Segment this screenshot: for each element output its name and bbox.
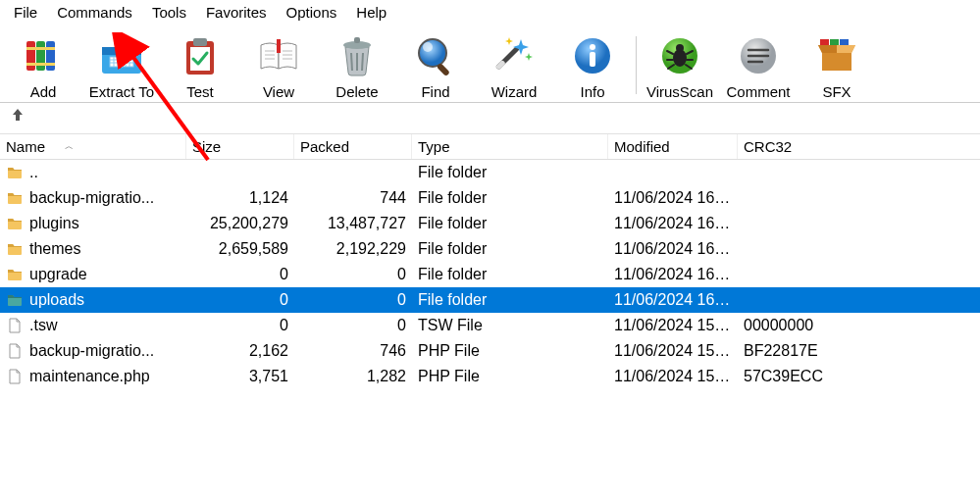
- info-icon: [567, 30, 618, 81]
- col-packed[interactable]: Packed: [294, 134, 412, 159]
- table-row[interactable]: plugins 25,200,279 13,487,727 File folde…: [0, 211, 980, 236]
- col-type[interactable]: Type: [412, 134, 608, 159]
- folder-icon: [6, 164, 24, 181]
- toolbar: Add Extract To Test: [0, 25, 980, 103]
- comment-button[interactable]: Comment: [719, 30, 798, 100]
- folder-icon: [6, 240, 24, 258]
- file-packed: 2,192,229: [294, 238, 412, 260]
- file-crc: 57C39ECC: [738, 366, 846, 387]
- file-packed: [294, 162, 412, 183]
- extract-to-button[interactable]: Extract To: [82, 30, 161, 100]
- file-type: File folder: [412, 213, 608, 234]
- file-size: 0: [186, 264, 294, 285]
- open-book-icon: [253, 30, 304, 81]
- file-type: File folder: [412, 238, 608, 260]
- trash-icon: [332, 30, 383, 81]
- file-type: TSW File: [412, 315, 608, 336]
- folder-icon: [6, 215, 24, 232]
- file-modified: 11/06/2024 16:...: [608, 213, 738, 234]
- table-row[interactable]: .tsw 0 0 TSW File 11/06/2024 15:... 0000…: [0, 313, 980, 338]
- col-name[interactable]: Name︿: [0, 134, 186, 159]
- sort-indicator-icon: ︿: [65, 140, 74, 153]
- add-button[interactable]: Add: [4, 30, 82, 100]
- menu-commands[interactable]: Commands: [47, 2, 142, 23]
- file-packed: 744: [294, 187, 412, 209]
- file-icon: [6, 317, 24, 334]
- table-row[interactable]: .. File folder: [0, 160, 980, 185]
- file-name: backup-migratio...: [29, 189, 154, 207]
- delete-button[interactable]: Delete: [318, 30, 396, 100]
- svg-marker-34: [525, 53, 533, 61]
- svg-rect-53: [830, 39, 839, 45]
- sfx-button[interactable]: SFX: [798, 30, 876, 100]
- svg-rect-0: [26, 41, 35, 71]
- virusscan-button[interactable]: VirusScan: [641, 30, 719, 100]
- box-icon: [811, 30, 862, 81]
- file-crc: [738, 162, 846, 183]
- folder-icon: [6, 291, 24, 309]
- file-packed: 0: [294, 315, 412, 336]
- col-modified[interactable]: Modified: [608, 134, 738, 159]
- file-type: PHP File: [412, 366, 608, 387]
- file-crc: [738, 213, 846, 234]
- file-type: File folder: [412, 264, 608, 285]
- menu-file[interactable]: File: [4, 2, 47, 23]
- col-size[interactable]: Size: [186, 134, 294, 159]
- menu-favorites[interactable]: Favorites: [196, 2, 277, 23]
- info-button[interactable]: Info: [553, 30, 632, 100]
- menu-help[interactable]: Help: [346, 2, 396, 23]
- file-name: backup-migratio...: [29, 342, 154, 360]
- svg-point-37: [590, 44, 595, 50]
- file-size: 2,162: [186, 340, 294, 362]
- file-name: uploads: [29, 291, 84, 309]
- file-name: maintenance.php: [29, 368, 150, 385]
- file-packed: 0: [294, 289, 412, 311]
- file-modified: [608, 162, 738, 183]
- folder-icon: [6, 266, 24, 283]
- file-name: ..: [29, 164, 38, 181]
- file-name: .tsw: [29, 317, 57, 334]
- view-button[interactable]: View: [239, 30, 318, 100]
- file-icon: [6, 368, 24, 385]
- table-row[interactable]: upgrade 0 0 File folder 11/06/2024 16:..…: [0, 262, 980, 287]
- comment-icon: [733, 30, 784, 81]
- test-button[interactable]: Test: [161, 30, 239, 100]
- table-row[interactable]: maintenance.php 3,751 1,282 PHP File 11/…: [0, 364, 980, 389]
- file-size: 0: [186, 315, 294, 336]
- svg-point-29: [423, 42, 433, 52]
- file-size: 25,200,279: [186, 213, 294, 234]
- file-modified: 11/06/2024 16:...: [608, 238, 738, 260]
- table-row[interactable]: backup-migratio... 2,162 746 PHP File 11…: [0, 338, 980, 364]
- navigation-bar: [0, 103, 980, 134]
- file-modified: 11/06/2024 15:...: [608, 366, 738, 387]
- svg-rect-3: [26, 47, 55, 50]
- file-type: File folder: [412, 162, 608, 183]
- file-modified: 11/06/2024 15:...: [608, 340, 738, 362]
- svg-rect-16: [277, 39, 281, 53]
- file-type: PHP File: [412, 340, 608, 362]
- up-arrow-icon[interactable]: [10, 107, 26, 127]
- file-modified: 11/06/2024 16:...: [608, 264, 738, 285]
- file-size: [186, 162, 294, 183]
- svg-rect-54: [840, 39, 849, 45]
- file-crc: [738, 264, 846, 285]
- wizard-button[interactable]: Wizard: [475, 30, 553, 100]
- menu-bar: File Commands Tools Favorites Options He…: [0, 0, 980, 25]
- table-row[interactable]: backup-migratio... 1,124 744 File folder…: [0, 185, 980, 211]
- svg-rect-38: [590, 52, 595, 67]
- table-row[interactable]: themes 2,659,589 2,192,229 File folder 1…: [0, 236, 980, 262]
- svg-rect-2: [46, 41, 55, 71]
- file-name: upgrade: [29, 266, 87, 283]
- column-headers: Name︿ Size Packed Type Modified CRC32: [0, 134, 980, 160]
- col-crc32[interactable]: CRC32: [738, 134, 846, 159]
- find-button[interactable]: Find: [396, 30, 475, 100]
- menu-options[interactable]: Options: [277, 2, 347, 23]
- svg-rect-1: [36, 41, 45, 71]
- svg-rect-15: [193, 38, 207, 46]
- table-row[interactable]: uploads 0 0 File folder 11/06/2024 16:..…: [0, 287, 980, 313]
- menu-tools[interactable]: Tools: [142, 2, 196, 23]
- file-packed: 0: [294, 264, 412, 285]
- file-crc: BF22817E: [738, 340, 846, 362]
- magnifier-icon: [410, 30, 461, 81]
- file-crc: [738, 238, 846, 260]
